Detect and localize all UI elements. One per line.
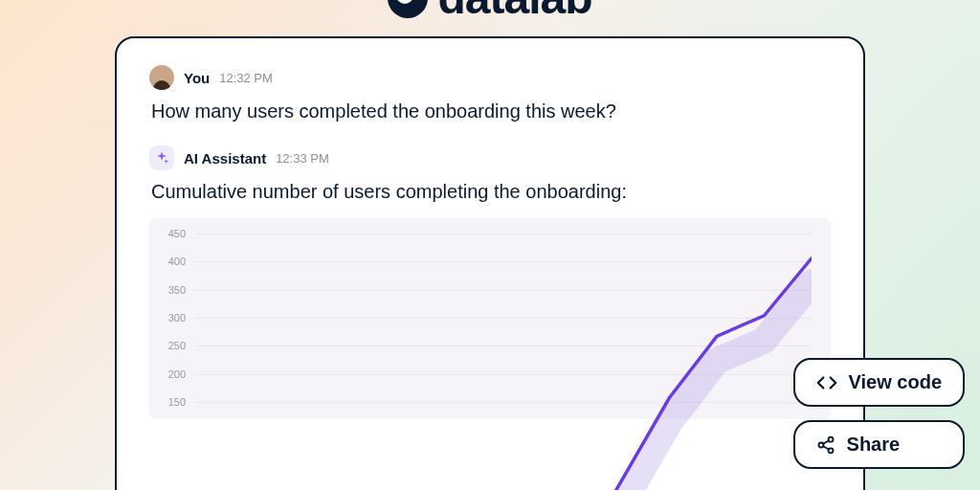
ai-message-body: Cumulative number of users completing th… [151,178,831,205]
chart-ytick: 400 [159,256,186,267]
ai-message-header: AI Assistant 12:33 PM [149,145,831,170]
svg-line-3 [823,440,829,443]
ai-message: AI Assistant 12:33 PM Cumulative number … [149,145,831,419]
ai-timestamp: 12:33 PM [276,151,329,166]
share-label: Share [847,434,901,456]
ai-sender-label: AI Assistant [184,150,266,167]
user-timestamp: 12:32 PM [219,71,273,85]
onboarding-chart: 150200250300350400450 [149,218,831,419]
user-avatar [149,65,174,90]
chart-ytick: 350 [159,284,186,296]
chart-ytick: 450 [159,228,186,239]
view-code-label: View code [849,371,942,393]
chat-card: You 12:32 PM How many users completed th… [115,36,865,490]
chart-ytick: 250 [159,340,186,351]
chart-line [195,234,812,490]
chart-ytick: 300 [159,312,186,323]
chart-ytick: 200 [159,368,186,380]
user-message: You 12:32 PM How many users completed th… [149,65,831,124]
chart-ytick: 150 [159,396,186,408]
ai-sparkle-icon [149,145,174,170]
floating-actions: View code Share [793,358,965,469]
view-code-button[interactable]: View code [793,358,965,407]
user-sender-label: You [184,70,210,86]
brand-name: datalab [437,0,591,24]
brand-logo-mark-icon [388,0,428,18]
share-icon [816,435,835,455]
user-message-header: You 12:32 PM [149,65,831,90]
svg-line-4 [823,446,829,449]
brand-bar: datalab [0,0,980,24]
brand-logo: datalab [388,0,591,24]
share-button[interactable]: Share [793,420,965,469]
code-icon [816,372,837,393]
user-message-body: How many users completed the onboarding … [151,98,831,124]
